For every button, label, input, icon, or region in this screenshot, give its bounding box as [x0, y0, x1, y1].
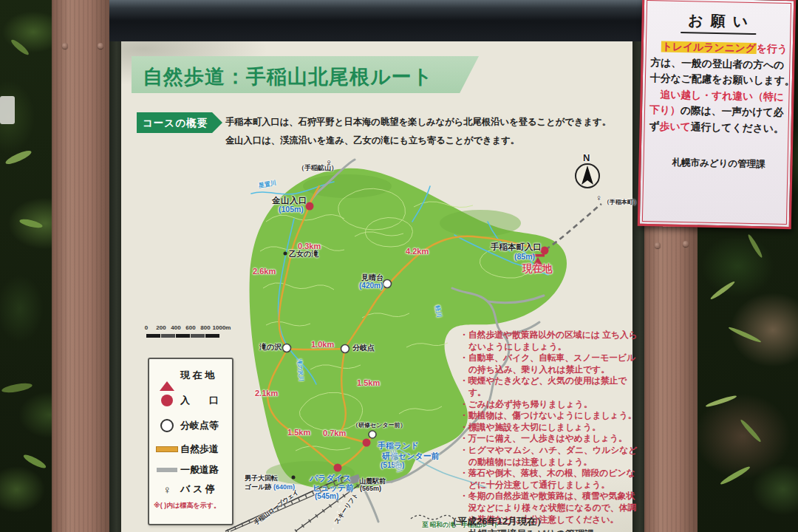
sign-title: 自然歩道：手稲山北尾根ルート: [143, 64, 433, 90]
notice-footer: 札幌市みどりの管理課: [641, 156, 790, 171]
board-edge-left: [109, 41, 121, 532]
general-road-icon: [154, 468, 180, 472]
as-of-date: （平成26年12月現在）: [448, 515, 546, 528]
rule-item: ・喫煙やたき火など、火気の使用は禁止です。: [460, 375, 638, 398]
overview-line-1: 手稲本町入口は、石狩平野と日本海の眺望を楽しみながら北尾根沿いを登ることができま…: [225, 116, 610, 129]
label-current-location: 現在地: [522, 262, 553, 276]
distance-1-5km-lower: 1.5km: [287, 428, 310, 437]
rule-item: ・自然歩道や散策路以外の区域には 立ち入らないようにしましょう。: [460, 330, 638, 352]
rule-item: ・万一に備え、一人歩きはやめましょう。: [460, 433, 638, 445]
label-kenshu-center-mae: （研修センター前）: [352, 421, 406, 429]
notice-line-6: ず歩いて通行してください。: [649, 118, 783, 137]
label-takinosawa: 滝の沢: [259, 342, 282, 352]
map-legend: 現 在 地 入 口 分岐点等 自然歩道 一般道路 ♀ バ ス 停 ※( )内は標…: [148, 358, 233, 525]
distance-0-7km: 0.7km: [323, 429, 346, 437]
legend-label: 自然歩道: [180, 443, 219, 456]
entrance-icon: [154, 395, 180, 406]
current-location-icon: [154, 369, 180, 382]
screw: [655, 242, 661, 248]
leaf: [18, 217, 43, 229]
rule-item: ・落石や倒木、落枝、木の根、階段のピンなどに十分注意して通行しましょう。: [460, 468, 638, 491]
bus-stop-icon: ♀: [154, 483, 180, 496]
trail-rules: ・自然歩道や散策路以外の区域には 立ち入らないようにしましょう。 ・自動車、バイ…: [460, 330, 638, 525]
distance-2-1km: 2.1km: [255, 389, 278, 398]
scale-tick: 800: [200, 324, 210, 331]
leaf: [22, 453, 47, 471]
label-otome-falls: 乙女の滝: [289, 249, 318, 259]
red-text: 下り）: [649, 104, 681, 116]
label-miharashi-elevation: (420m): [359, 282, 383, 290]
black-text: の際は、一声かけて必: [681, 105, 784, 118]
bus-stop-icon: ♀: [325, 157, 333, 168]
label-teinehoncho-entrance: 手稲本町入口: [491, 242, 542, 253]
highlighted-text: トレイルランニング: [661, 41, 757, 54]
scale-tick: 400: [171, 324, 180, 331]
leaf: [4, 149, 33, 167]
bus-stop-icon: ♀: [596, 193, 602, 203]
signboard-photo: 自然歩道：手稲山北尾根ルート コースの概要 手稲本町入口は、石狩平野と日本海の眺…: [0, 0, 798, 532]
managing-department: 札幌市環境局みどりの管理課: [468, 528, 594, 532]
legend-label: バ ス 停: [180, 482, 215, 496]
rule-item: ・自動車、バイク、自転車、スノーモービル の持ち込み、乗り入れは禁止です。: [460, 352, 638, 375]
legend-label: 現 在 地: [180, 369, 214, 382]
label-teinehoncho-elevation: (85m): [514, 252, 535, 261]
scale-tick: 200: [156, 324, 166, 331]
notice-line-3: 十分なご配慮をお願いします。: [650, 70, 785, 89]
label-sanroku-elevation: (565m): [360, 485, 381, 492]
grass-blade: [739, 418, 762, 443]
distance-1-5km-upper: 1.5km: [357, 378, 380, 387]
label-junction: 分岐点: [352, 343, 375, 353]
screw: [98, 43, 103, 49]
screw: [683, 241, 689, 247]
grass-blade: [705, 394, 737, 408]
grass-blade: [746, 233, 763, 259]
label-teinehoncho-bus: （手稲本町）: [604, 198, 639, 206]
rule-item: ・動植物は、傷つけないようにしましょう。: [460, 410, 638, 422]
red-text: 歩いて: [660, 120, 691, 132]
nature-trail-icon: [154, 446, 180, 452]
rule-item: ・標識や施設を大切にしましょう。: [460, 422, 638, 434]
grass-blade: [728, 325, 762, 344]
notice-line-5: 下り）の際は、一声かけて必: [649, 102, 784, 120]
distance-4-2km: 4.2km: [406, 247, 429, 256]
junction-icon: [154, 419, 180, 432]
legend-label: 分岐点等: [180, 419, 219, 432]
scale-tick: 1000m: [213, 324, 231, 331]
grass-blade: [709, 280, 736, 301]
goal-text: ゴール跡: [245, 483, 271, 491]
white-sign-fragment: [0, 96, 15, 124]
distance-2-6km: 2.6km: [253, 267, 276, 276]
black-text: ず: [649, 120, 659, 132]
legend-label: 入 口: [180, 394, 219, 407]
grass-blade: [719, 465, 751, 486]
north-label: N: [583, 152, 590, 163]
screw: [62, 43, 68, 49]
overview-line-2: 金山入口は、渓流沿いを進み、乙女の滝にも立ち寄ることができます。: [225, 134, 610, 147]
trail-running-notice: お願い トレイルランニングを行う 方は、一般の登山者の方への 十分なご配慮をお願…: [638, 0, 796, 229]
label-kanayama-elevation: (105m): [279, 205, 304, 214]
leaf: [10, 38, 30, 56]
notice-title: お願い: [681, 10, 757, 35]
label-teine-land-1: 手稲ランド: [378, 440, 419, 451]
legend-note: ※( )内は標高を示す。: [154, 501, 220, 511]
scale-tick: 0: [145, 324, 148, 331]
legend-label: 一般道路: [180, 463, 219, 477]
course-overview-badge: コースの概要: [137, 112, 222, 133]
black-text: 通行してください。: [691, 121, 784, 134]
wooden-post-left: [52, 0, 111, 532]
red-text: を行う: [757, 43, 788, 55]
label-paradise-elevation: (545m): [315, 492, 338, 500]
notice-line-1: トレイルランニングを行う: [651, 38, 785, 57]
course-overview-label: コースの概要: [143, 117, 208, 130]
sign-frame-top: [109, 0, 644, 41]
leaf: [1, 381, 33, 394]
scale-tick: 600: [185, 324, 195, 331]
rule-item: ・ごみは必ず持ち帰りましょう。: [460, 399, 638, 411]
rule-item: ・ヒグマやマムシ、ハチ、ダニ、ウルシなどの動植物には注意しましょう。: [460, 445, 638, 468]
label-danshi-goal: ゴール跡 (640m): [245, 482, 295, 492]
distance-1-0km: 1.0km: [311, 340, 334, 349]
